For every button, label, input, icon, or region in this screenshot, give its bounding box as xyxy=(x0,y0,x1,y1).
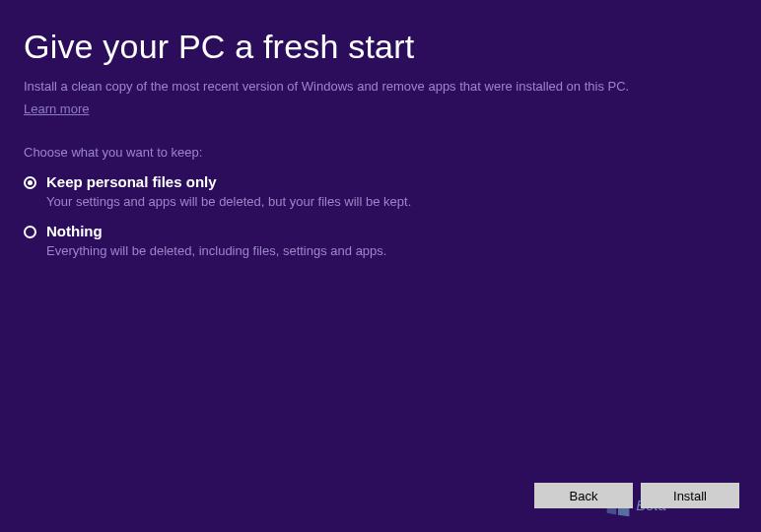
page-subtitle: Install a clean copy of the most recent … xyxy=(24,78,737,96)
option-keep-files[interactable]: Keep personal files only Your settings a… xyxy=(24,173,737,209)
learn-more-link[interactable]: Learn more xyxy=(24,101,89,116)
button-row: Back Install xyxy=(534,483,739,508)
radio-icon xyxy=(24,176,36,189)
option-label: Keep personal files only xyxy=(46,173,411,190)
back-button[interactable]: Back xyxy=(534,483,633,508)
option-nothing[interactable]: Nothing Everything will be deleted, incl… xyxy=(24,223,737,258)
page-title: Give your PC a fresh start xyxy=(24,28,737,66)
option-description: Everything will be deleted, including fi… xyxy=(46,243,386,258)
option-label: Nothing xyxy=(46,223,386,239)
section-label: Choose what you want to keep: xyxy=(24,145,737,160)
install-button[interactable]: Install xyxy=(641,483,739,508)
radio-icon xyxy=(24,226,36,238)
option-description: Your settings and apps will be deleted, … xyxy=(46,194,411,209)
